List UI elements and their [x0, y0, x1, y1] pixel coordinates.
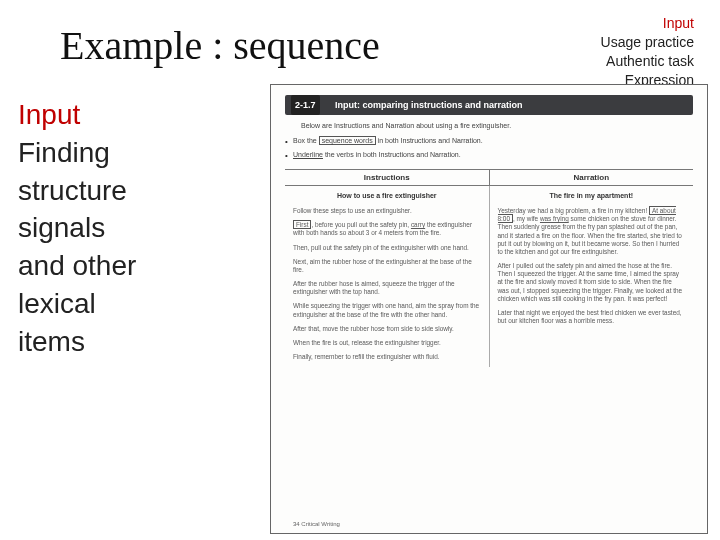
col-header-narration: Narration: [490, 170, 694, 185]
bullet-2-underlined: Underline: [293, 151, 323, 158]
slide-title: Example : sequence: [60, 22, 380, 69]
page-footer: 34 Critical Writing: [293, 521, 340, 527]
left-line-7: items: [18, 323, 238, 361]
left-line-3: structure: [18, 172, 238, 210]
two-columns: Instructions Narration How to use a fire…: [285, 169, 693, 367]
section-intro: Below are Instructions and Narration abo…: [301, 121, 681, 130]
corner-item-input: Input: [601, 14, 694, 33]
left-line-1: Input: [18, 96, 238, 134]
instr-p2b: , before you pull out the safety pin,: [311, 221, 410, 228]
left-line-4: signals: [18, 209, 238, 247]
narr-p1: Yesterday we had a big problem, a fire i…: [498, 207, 686, 256]
instr-p3: Then, pull out the safety pin of the ext…: [293, 244, 481, 252]
left-line-2: Finding: [18, 134, 238, 172]
narration-column: The fire in my apartment! Yesterday we h…: [490, 186, 694, 367]
instr-p1: Follow these steps to use an extinguishe…: [293, 207, 481, 215]
instr-p4: Next, aim the rubber hose of the extingu…: [293, 258, 481, 274]
corner-item-authentic: Authentic task: [601, 52, 694, 71]
section-bar-title: Input: comparing instructions and narrat…: [335, 95, 523, 115]
instr-p5: After the rubber hose is aimed, squeeze …: [293, 280, 481, 296]
left-line-5: and other: [18, 247, 238, 285]
instr-p2: First, before you pull out the safety pi…: [293, 221, 481, 237]
narr-p2: After I pulled out the safety pin and ai…: [498, 262, 686, 303]
narr-p1-und: was frying: [540, 215, 569, 222]
column-body: How to use a fire extinguisher Follow th…: [285, 186, 693, 367]
narr-p1c: , my wife: [513, 215, 540, 222]
section-code: 2-1.7: [291, 95, 320, 115]
instr-p2-und: carry: [411, 221, 425, 228]
col-header-instructions: Instructions: [285, 170, 490, 185]
bullet-2: Underline the verbs in both Instructions…: [293, 151, 683, 158]
instr-p9: Finally, remember to refill the extingui…: [293, 353, 481, 361]
instr-p6: While squeezing the trigger with one han…: [293, 302, 481, 318]
bullet-1-boxed: sequence words: [319, 136, 376, 145]
instructions-subhead: How to use a fire extinguisher: [293, 192, 481, 201]
instr-p7: After that, move the rubber hose from si…: [293, 325, 481, 333]
narr-p3: Later that night we enjoyed the best fri…: [498, 309, 686, 325]
corner-item-usage: Usage practice: [601, 33, 694, 52]
instructions-column: How to use a fire extinguisher Follow th…: [285, 186, 490, 367]
bullet-2b: the verbs in both Instructions and Narra…: [323, 151, 461, 158]
section-bar: 2-1.7 Input: comparing instructions and …: [285, 95, 693, 115]
instr-p8: When the fire is out, release the exting…: [293, 339, 481, 347]
column-headers: Instructions Narration: [285, 169, 693, 186]
book-scan: 2-1.7 Input: comparing instructions and …: [270, 84, 708, 534]
narr-p1a: Yesterday we had a big problem, a fire i…: [498, 207, 649, 214]
bullet-1c: in both Instructions and Narration.: [376, 137, 483, 144]
left-line-6: lexical: [18, 285, 238, 323]
slide: Example : sequence Input Usage practice …: [0, 0, 720, 540]
bullet-1a: Box the: [293, 137, 319, 144]
corner-list: Input Usage practice Authentic task Expr…: [601, 14, 694, 90]
narration-subhead: The fire in my apartment!: [498, 192, 686, 201]
left-column: Input Finding structure signals and othe…: [18, 96, 238, 361]
instr-p2-box: First: [293, 220, 311, 229]
bullet-1: Box the sequence words in both Instructi…: [293, 137, 683, 144]
